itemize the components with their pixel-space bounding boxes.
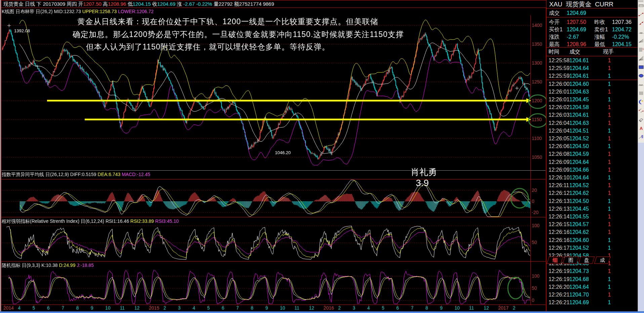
- drawing-toolbar: 1A: [638, 0, 644, 313]
- date-axis-month: 2: [163, 305, 166, 311]
- sales-row: 12:25:581204.611: [547, 57, 638, 64]
- sale-price: 1204.57: [569, 220, 589, 228]
- analysis-note-line3: 但本人认为到了1150附近支撑住，就可以埋伏轻仓多单。等待反弹。: [86, 42, 330, 52]
- sale-time: 12:26:05: [549, 135, 569, 142]
- percent-lines-icon[interactable]: [638, 108, 644, 115]
- quote-header: XAU 现货黄金 CURR: [547, 0, 638, 8]
- toolbar-grip[interactable]: [639, 0, 644, 2]
- date-axis-month: 4: [18, 305, 21, 311]
- date-axis-month: 3: [178, 305, 181, 311]
- sale-lots: 1: [604, 220, 614, 228]
- sale-lots: 1: [604, 213, 614, 220]
- info-bar-segment: 开: [78, 1, 83, 7]
- sale-price: 1204.58: [569, 103, 589, 111]
- kdj-label-segment: D:24.99: [59, 263, 77, 268]
- tab-成[interactable]: 成: [594, 256, 610, 264]
- macd-label-segment: DIFF:0.5159: [70, 172, 98, 177]
- tab-细[interactable]: 细: [547, 256, 563, 264]
- sale-lots: 1: [604, 244, 614, 252]
- sale-lots: 1: [604, 205, 614, 213]
- analysis-note-line2: 确定加息。那么1200势必是守不住的。一旦破位黄金就要冲向1150.这时候就要关…: [73, 29, 404, 40]
- measure-icon[interactable]: [638, 3, 644, 10]
- sale-time: 12:26:15: [549, 220, 569, 228]
- symbol-code: XAU: [549, 1, 562, 8]
- date-axis-month: 12: [484, 305, 489, 311]
- field-label: 涨幅: [594, 33, 605, 41]
- date-axis-year: 2014: [3, 305, 14, 311]
- vertical-grid-icon[interactable]: [638, 91, 644, 98]
- sale-time: 12:26:04: [549, 127, 569, 135]
- eraser-icon[interactable]: [638, 117, 644, 124]
- sale-lots: 1: [604, 197, 614, 205]
- sales-row: 12:26:091204.661: [547, 166, 638, 174]
- sales-row: 12:26:011204.631: [547, 88, 638, 96]
- ellipse-icon[interactable]: [638, 73, 644, 80]
- field-label: 卖价1: [594, 26, 608, 33]
- ray-line-icon[interactable]: [638, 21, 644, 28]
- date-axis-month: 4: [193, 305, 195, 311]
- sales-row: 12:25:591204.641: [547, 64, 638, 72]
- info-bar-segment: 22792: [218, 1, 234, 7]
- sale-time: 12:25:58: [549, 57, 569, 64]
- taskbar-strip: [0, 311, 644, 313]
- sale-price: 1204.61: [569, 72, 589, 80]
- text-tool-icon[interactable]: A: [638, 126, 644, 133]
- sale-time: 12:26:13: [549, 205, 569, 213]
- sales-row: 12:26:161204.601: [547, 236, 638, 244]
- tab-图[interactable]: 图: [562, 256, 579, 264]
- tab-盘[interactable]: 盘: [578, 256, 595, 264]
- parallel-lines-icon[interactable]: 1: [638, 47, 644, 54]
- info-bar-segment: 现货黄金 日线 下: [3, 1, 43, 7]
- rectangle-icon[interactable]: [638, 64, 644, 72]
- gann-fan-icon[interactable]: [638, 38, 644, 45]
- sale-price: 1204.50: [569, 142, 589, 150]
- indicator-axis-label: 100: [532, 223, 539, 228]
- sales-row: 12:26:211204.691: [547, 299, 638, 306]
- date-axis-month: 5: [207, 305, 210, 311]
- sales-row: 12:26:141204.551: [547, 213, 638, 220]
- speed-resistance-icon[interactable]: [638, 56, 644, 63]
- sale-time: 12:26:10: [549, 174, 569, 181]
- gann-arc-icon[interactable]: [638, 29, 644, 37]
- sale-lots: 1: [604, 119, 614, 127]
- bollinger-label-bar: K线图 日布林带 日(26,2) MID:1232.73 UPPER:1258.…: [2, 8, 529, 15]
- info-bar-segment: 1204.69: [157, 1, 177, 7]
- boll-bar-segment: K线图 日布林带 日(26,2): [2, 9, 54, 14]
- sale-lots: 1: [604, 142, 614, 150]
- indicator-axis-label: 50: [532, 285, 537, 291]
- field-value: 1207.50: [567, 19, 586, 26]
- sale-price: 1204.59: [569, 150, 589, 158]
- date-axis-month: 3: [353, 305, 355, 311]
- info-bar-segment: 1207.50: [83, 1, 103, 7]
- date-axis-month: 8: [76, 305, 79, 311]
- sale-time: 12:26:09: [549, 158, 569, 166]
- kdj-label-segment: J:-18.85: [77, 263, 94, 268]
- wave-icon[interactable]: [638, 82, 644, 89]
- analysis-note-line1: 黄金从日线来看：现在价位处于中下轨、1200一线是一个比较重要支撑点。但美联储: [77, 16, 378, 27]
- moon-icon[interactable]: [638, 99, 644, 107]
- trendline-icon[interactable]: [638, 12, 644, 19]
- sale-time: 12:26:19: [549, 275, 569, 283]
- kdj-label-segment: K:10.38: [41, 263, 59, 268]
- info-bar-segment: 涨: [177, 1, 183, 7]
- sale-price: 1204.64: [569, 158, 589, 166]
- sales-row: 12:26:111204.521: [547, 181, 638, 189]
- date-axis-month: 7: [236, 305, 239, 311]
- price-axis-label: 1100: [532, 136, 542, 141]
- indicator-axis-label: 0: [532, 298, 534, 303]
- symbol-suffix: CURR: [595, 1, 613, 8]
- sale-price: 1204.63: [569, 88, 589, 96]
- sale-lots: 1: [604, 275, 614, 283]
- sale-time: 12:26:14: [549, 213, 569, 220]
- sale-price: 1204.52: [569, 135, 589, 142]
- sale-lots: 1: [604, 127, 614, 135]
- trough-price-label: 1046.20: [275, 150, 291, 155]
- info-bar-segment: 低: [127, 1, 132, 7]
- price-axis-label: 1050: [532, 154, 542, 160]
- macd-label-segment: DEA:6.743: [98, 172, 122, 177]
- golden-section-icon[interactable]: [638, 134, 644, 142]
- svg-text:1: 1: [642, 47, 644, 50]
- field-label: 成交: [549, 9, 560, 17]
- sale-time: 12:26:12: [549, 189, 569, 197]
- sale-time: 12:26:00: [549, 80, 569, 88]
